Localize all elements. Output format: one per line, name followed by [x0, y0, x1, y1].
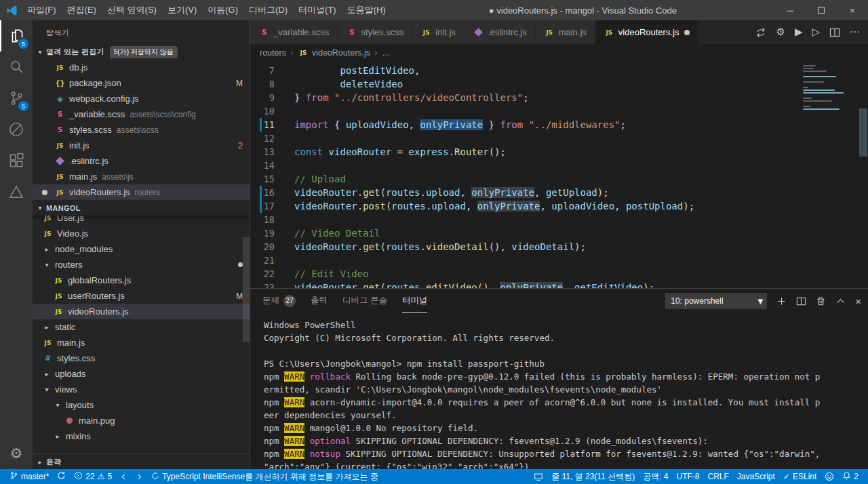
- search-icon[interactable]: [0, 52, 33, 83]
- open-editor-item[interactable]: JSdb.js: [33, 60, 250, 75]
- file-item[interactable]: JSglobalRouters.js: [33, 273, 250, 288]
- open-editor-item[interactable]: {}package.jsonM: [33, 75, 250, 91]
- breadcrumb-folder[interactable]: routers: [260, 48, 286, 58]
- nav-back-icon[interactable]: [116, 469, 132, 484]
- folder-item[interactable]: ▾routers: [33, 257, 250, 273]
- code-line: 19// Video Detail: [250, 226, 868, 240]
- editor-tab[interactable]: JSmain.js: [536, 20, 595, 44]
- maximize-button[interactable]: [806, 0, 837, 20]
- menu-item-4[interactable]: 이동(G): [202, 0, 243, 20]
- gear-icon[interactable]: ⚙: [776, 27, 785, 37]
- terminal-select[interactable]: 10: powershell ▼: [665, 293, 767, 309]
- file-item[interactable]: JSmain.js: [33, 335, 250, 350]
- feedback-smiley-icon[interactable]: [821, 469, 838, 484]
- open-editor-item[interactable]: JSmain.jsassets\js: [33, 169, 250, 184]
- terminal-output[interactable]: Windows PowerShellCopyright (C) Microsof…: [250, 313, 868, 469]
- close-button[interactable]: ×: [837, 0, 868, 20]
- encoding[interactable]: UTF-8: [673, 469, 704, 484]
- folder-item[interactable]: ▾views: [33, 382, 250, 397]
- open-editor-item[interactable]: S_variable.scssassets\scss\config: [33, 106, 250, 122]
- eol-sequence[interactable]: CRLF: [704, 469, 733, 484]
- open-editors-label: 열려 있는 편집기: [46, 47, 104, 57]
- problems-count-badge: 27: [283, 295, 296, 307]
- menu-item-2[interactable]: 선택 영역(S): [102, 0, 162, 20]
- terminal-line: ermitted, scandir 'C:\Users\Jongbok\mang…: [264, 383, 868, 396]
- maximize-panel-icon[interactable]: [835, 296, 846, 306]
- git-branch-status[interactable]: master*: [5, 469, 53, 484]
- minimize-button[interactable]: ─: [774, 0, 806, 20]
- nav-forward-icon[interactable]: [132, 469, 147, 484]
- panel-tab-output[interactable]: 출력: [311, 289, 328, 313]
- editor-tab[interactable]: JSvideoRouters.js: [595, 20, 699, 44]
- folder-item[interactable]: ▸mixins: [33, 428, 250, 444]
- terminal-line: [264, 344, 868, 357]
- intellisense-status[interactable]: TypeScript IntelliSense를 개선하기 위해 정보를 가져오…: [147, 469, 382, 484]
- file-item[interactable]: JSUser.js: [33, 216, 250, 226]
- minimap[interactable]: [800, 64, 859, 288]
- file-item[interactable]: main.pug: [33, 413, 250, 428]
- file-item[interactable]: JSuserRouters.jsM: [33, 288, 250, 304]
- menu-item-0[interactable]: 파일(F): [22, 0, 62, 20]
- file-item[interactable]: JSvideoRouters.js: [33, 304, 250, 319]
- menu-item-1[interactable]: 편집(E): [62, 0, 102, 20]
- error-icon: [74, 471, 83, 482]
- source-control-icon[interactable]: 5: [0, 83, 33, 114]
- close-panel-icon[interactable]: ×: [855, 296, 861, 307]
- language-mode[interactable]: JavaScript: [733, 469, 779, 484]
- code-line: 15// Upload: [250, 172, 868, 186]
- breadcrumb-file[interactable]: videoRouters.js: [312, 48, 370, 58]
- split-terminal-icon[interactable]: [796, 296, 806, 306]
- editor-tab[interactable]: .eslintrc.js: [465, 20, 536, 44]
- eslint-status[interactable]: ✓ ESLint: [779, 469, 821, 484]
- panel-tab-terminal[interactable]: 터미널: [402, 289, 428, 313]
- sync-status[interactable]: [53, 469, 70, 484]
- outline-header[interactable]: ▸ 윤곽: [33, 453, 250, 469]
- extension-triangle-icon[interactable]: [0, 176, 33, 207]
- file-item[interactable]: JSVideo.js: [33, 226, 250, 241]
- editor-scrollbar[interactable]: [859, 61, 868, 288]
- open-editor-item[interactable]: .eslintrc.js: [33, 153, 250, 169]
- folder-item[interactable]: ▸static: [33, 319, 250, 335]
- split-editor-icon[interactable]: [829, 27, 840, 38]
- sidebar-scrollbar[interactable]: [243, 237, 250, 342]
- folder-item[interactable]: ▸uploads: [33, 366, 250, 382]
- extensions-icon[interactable]: [0, 145, 33, 176]
- open-editor-item[interactable]: ◈webpack.config.js: [33, 91, 250, 106]
- menu-item-3[interactable]: 보기(V): [162, 0, 202, 20]
- code-editor[interactable]: 7 postEditVideo,8 deleteVideo9} from "..…: [250, 61, 868, 288]
- problems-status[interactable]: 22 ⚠ 5: [70, 469, 116, 484]
- run-without-debug-icon[interactable]: ▷: [812, 27, 820, 37]
- file-name: globalRouters.js: [68, 275, 131, 285]
- new-terminal-icon[interactable]: [776, 296, 787, 306]
- panel-tab-problems[interactable]: 문제27: [262, 289, 296, 313]
- open-changes-icon[interactable]: [755, 27, 766, 38]
- file-item[interactable]: #styles.css: [33, 350, 250, 366]
- menu-item-5[interactable]: 디버그(D): [243, 0, 293, 20]
- open-editor-item[interactable]: JSvideoRouters.jsrouters: [33, 184, 250, 200]
- chevron-down-icon: ▾: [42, 261, 52, 268]
- cursor-position[interactable]: 줄 11, 열 23(11 선택됨): [547, 469, 639, 484]
- folder-item[interactable]: ▸node_modules: [33, 241, 250, 257]
- open-editors-header[interactable]: ▾ 열려 있는 편집기 5(가) 저장되지 않음: [33, 44, 250, 60]
- indentation[interactable]: 공백: 4: [639, 469, 672, 484]
- folder-item[interactable]: ▾layouts: [33, 397, 250, 413]
- open-editor-item[interactable]: JSinit.js2: [33, 138, 250, 153]
- editor-tab[interactable]: S_variable.scss: [250, 20, 338, 44]
- editor-tab[interactable]: JSinit.js: [412, 20, 465, 44]
- breadcrumb-symbol[interactable]: …: [382, 48, 391, 58]
- panel-tab-debug-console[interactable]: 디버그 콘솔: [342, 289, 387, 313]
- scrollbar-thumb[interactable]: [859, 108, 867, 156]
- run-code-icon[interactable]: ▶: [795, 27, 803, 37]
- more-actions-icon[interactable]: ⋯: [850, 27, 860, 37]
- debug-icon[interactable]: [0, 114, 33, 145]
- notifications-bell[interactable]: 2: [838, 469, 863, 484]
- open-editor-item[interactable]: Sstyles.scssassets\scss: [33, 122, 250, 138]
- explorer-icon[interactable]: 5: [0, 20, 33, 52]
- workspace-header[interactable]: ▾ MANGOL: [33, 200, 250, 216]
- settings-gear-icon[interactable]: ⚙: [0, 438, 33, 469]
- menu-item-6[interactable]: 터미널(T): [293, 0, 342, 20]
- editor-tab[interactable]: Sstyles.scss: [338, 20, 412, 44]
- screencast-icon[interactable]: [530, 469, 547, 484]
- kill-terminal-icon[interactable]: [816, 296, 826, 306]
- menu-item-7[interactable]: 도움말(H): [342, 0, 391, 20]
